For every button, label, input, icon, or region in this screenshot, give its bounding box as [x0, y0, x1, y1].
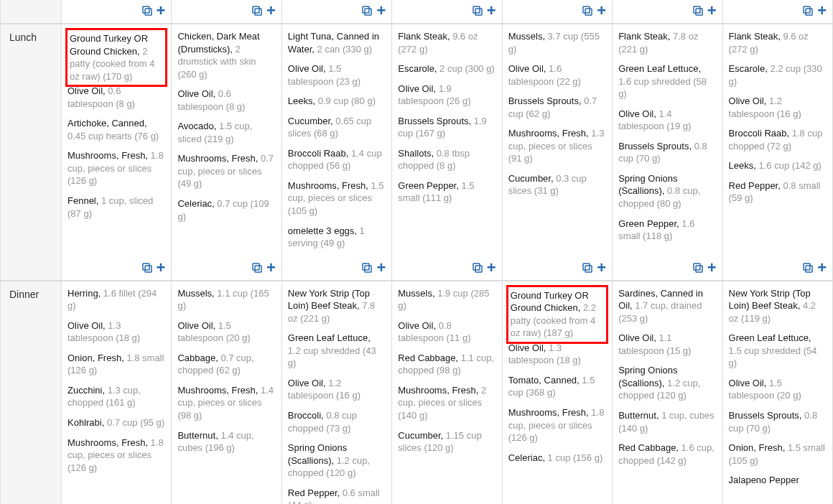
food-item[interactable]: Leeks, 1.6 cup (142 g)	[729, 159, 827, 172]
food-item[interactable]: Mushrooms, Fresh, 0.7 cup, pieces or sli…	[177, 152, 275, 190]
food-item[interactable]: Jalapeno Pepper	[729, 474, 827, 487]
plus-icon[interactable]: +	[817, 260, 827, 276]
food-item[interactable]: Ground Turkey OR Ground Chicken, 2.2 pat…	[506, 285, 608, 344]
food-item[interactable]: Fennel, 1 cup, sliced (87 g)	[68, 195, 165, 220]
food-item[interactable]: Broccoli, 0.8 cup chopped (73 g)	[288, 409, 386, 434]
food-item[interactable]: Red Pepper, 0.8 small (59 g)	[729, 179, 827, 205]
copy-icon[interactable]	[251, 4, 264, 17]
plus-icon[interactable]: +	[376, 260, 386, 276]
food-item[interactable]: Butternut, 1.4 cup, cubes (196 g)	[177, 429, 275, 454]
food-item[interactable]: Celeriac, 1 cup (156 g)	[508, 452, 606, 465]
plus-icon[interactable]: +	[707, 260, 717, 276]
copy-icon[interactable]	[360, 4, 373, 17]
food-item[interactable]: Cucumber, 0.65 cup slices (68 g)	[288, 115, 386, 140]
copy-icon[interactable]	[692, 261, 704, 274]
food-item[interactable]: Cucumber, 1.15 cup slices (120 g)	[398, 429, 495, 454]
food-item[interactable]: Flank Steak, 9.6 oz (272 g)	[398, 30, 495, 55]
food-item[interactable]: Olive Oil, 1.9 tablespoon (26 g)	[398, 83, 495, 108]
copy-icon[interactable]	[360, 261, 373, 274]
plus-icon[interactable]: +	[157, 3, 166, 19]
food-item[interactable]: Avocado, 1.5 cup, sliced (219 g)	[177, 120, 275, 145]
food-item[interactable]: Mussels, 3.7 cup (555 g)	[508, 30, 606, 55]
food-item[interactable]: Olive Oil, 1.4 tablespoon (19 g)	[618, 108, 716, 133]
copy-icon[interactable]	[251, 261, 264, 274]
food-item[interactable]: Broccoli Raab, 1.8 cup chopped (72 g)	[729, 127, 827, 152]
food-item[interactable]: Broccoli Raab, 1.4 cup chopped (56 g)	[288, 147, 386, 172]
food-item[interactable]: Spring Onions (Scallions), 0.8 cup, chop…	[618, 172, 716, 210]
food-item[interactable]: Brussels Sprouts, 1.9 cup (167 g)	[398, 115, 495, 140]
food-item[interactable]: Shallots, 0.8 tbsp chopped (8 g)	[398, 147, 495, 172]
copy-icon[interactable]	[471, 261, 484, 274]
copy-icon[interactable]	[581, 4, 594, 17]
copy-icon[interactable]	[692, 4, 704, 17]
plus-icon[interactable]: +	[266, 260, 276, 276]
plus-icon[interactable]: +	[817, 3, 827, 19]
food-item[interactable]: Onion, Fresh, 1.8 small (126 g)	[68, 352, 165, 377]
food-item[interactable]: Leeks, 0.9 cup (80 g)	[288, 95, 386, 108]
food-item[interactable]: omelette 3 eggs, 1 serving (49 g)	[288, 225, 386, 250]
food-item[interactable]: Olive Oil, 1.2 tablespoon (16 g)	[729, 95, 827, 120]
food-item[interactable]: New York Strip (Top Loin) Beef Steak, 4.…	[729, 287, 827, 325]
plus-icon[interactable]: +	[487, 260, 496, 276]
food-item[interactable]: Butternut, 1 cup, cubes (140 g)	[618, 409, 716, 434]
copy-icon[interactable]	[141, 261, 154, 274]
copy-icon[interactable]	[581, 261, 594, 274]
plus-icon[interactable]: +	[157, 260, 166, 276]
food-item[interactable]: Brussels Sprouts, 0.7 cup (62 g)	[508, 95, 606, 120]
food-item[interactable]: Brussels Sprouts, 0.8 cup (70 g)	[618, 140, 716, 165]
food-item[interactable]: Olive Oil, 0.6 tablespoon (8 g)	[68, 85, 165, 110]
food-item[interactable]: Cucumber, 0.3 cup slices (31 g)	[508, 172, 606, 197]
food-item[interactable]: Red Cabbage, 1.6 cup, chopped (142 g)	[618, 442, 716, 467]
copy-icon[interactable]	[141, 4, 154, 17]
food-item[interactable]: Mushrooms, Fresh, 1.8 cup, pieces or sli…	[68, 149, 165, 187]
food-item[interactable]: Spring Onions (Scallions), 1.2 cup, chop…	[288, 442, 386, 480]
food-item[interactable]: Escarole, 2 cup (300 g)	[398, 62, 495, 75]
food-item[interactable]: Chicken, Dark Meat (Drumsticks), 2 drums…	[177, 30, 275, 80]
food-item[interactable]: Olive Oil, 1.2 tablespoon (16 g)	[288, 377, 386, 402]
food-item[interactable]: Mushrooms, Fresh, 1.4 cup, pieces or sli…	[177, 384, 275, 422]
food-item[interactable]: Olive Oil, 1.5 tablespoon (23 g)	[288, 62, 386, 88]
food-item[interactable]: Olive Oil, 0.6 tablespoon (8 g)	[177, 88, 275, 113]
food-item[interactable]: Celeriac, 0.7 cup (109 g)	[177, 197, 275, 223]
food-item[interactable]: Olive Oil, 1.5 tablespoon (20 g)	[177, 319, 275, 345]
food-item[interactable]: Red Cabbage, 1.1 cup, chopped (98 g)	[398, 352, 495, 377]
copy-icon[interactable]	[801, 261, 814, 274]
food-item[interactable]: Olive Oil, 1.3 tablespoon (18 g)	[68, 319, 165, 345]
food-item[interactable]: Light Tuna, Canned in Water, 2 can (330 …	[288, 30, 386, 55]
food-item[interactable]: Mussels, 1.1 cup (165 g)	[177, 287, 275, 312]
plus-icon[interactable]: +	[597, 260, 606, 276]
food-item[interactable]: Tomato, Canned, 1.5 cup (368 g)	[508, 374, 606, 399]
food-item[interactable]: Sardines, Canned in Oil, 1.7 cup, draine…	[618, 287, 716, 325]
food-item[interactable]: Green Leaf Lettuce, 1.5 cup shredded (54…	[729, 332, 827, 370]
plus-icon[interactable]: +	[487, 3, 496, 19]
food-item[interactable]: Artichoke, Canned, 0.45 cup hearts (76 g…	[68, 117, 165, 142]
food-item[interactable]: Zucchini, 1.3 cup, chopped (161 g)	[68, 384, 165, 409]
food-item[interactable]: Herring, 1.6 fillet (294 g)	[68, 287, 165, 312]
food-item[interactable]: Olive Oil, 1.1 tablespoon (15 g)	[618, 332, 716, 357]
copy-icon[interactable]	[801, 4, 814, 17]
food-item[interactable]: Flank Steak, 9.6 oz (272 g)	[729, 30, 827, 55]
food-item[interactable]: Escarole, 2.2 cup (330 g)	[729, 62, 827, 88]
food-item[interactable]: Olive Oil, 1.6 tablespoon (22 g)	[508, 62, 606, 88]
food-item[interactable]: Olive Oil, 1.3 tablespoon (18 g)	[508, 342, 606, 367]
food-item[interactable]: Mushrooms, Fresh, 1.5 cup, pieces or sli…	[288, 179, 386, 218]
plus-icon[interactable]: +	[376, 3, 386, 19]
food-item[interactable]: Mushrooms, Fresh, 1.3 cup, pieces or sli…	[508, 127, 606, 165]
food-item[interactable]: Mushrooms, Fresh, 1.8 cup, pieces or sli…	[508, 406, 606, 444]
food-item[interactable]: Mushrooms, Fresh, 1.8 cup, pieces or sli…	[68, 437, 165, 475]
food-item[interactable]: Ground Turkey OR Ground Chicken, 2 patty…	[65, 28, 167, 87]
food-item[interactable]: Mussels, 1.9 cup (285 g)	[398, 287, 495, 312]
food-item[interactable]: Green Leaf Lettuce, 1.2 cup shredded (43…	[288, 332, 386, 370]
plus-icon[interactable]: +	[266, 3, 276, 19]
food-item[interactable]: Mushrooms, Fresh, 2 cup, pieces or slice…	[398, 384, 495, 422]
food-item[interactable]: Brussels Sprouts, 0.8 cup (70 g)	[729, 409, 827, 434]
food-item[interactable]: New York Strip (Top Loin) Beef Steak, 7.…	[288, 287, 386, 325]
food-item[interactable]: Onion, Fresh, 1.5 small (105 g)	[729, 442, 827, 467]
food-item[interactable]: Green Pepper, 1.5 small (111 g)	[398, 179, 495, 205]
plus-icon[interactable]: +	[597, 3, 606, 19]
food-item[interactable]: Cabbage, 0.7 cup, chopped (62 g)	[177, 352, 275, 377]
food-item[interactable]: Flank Steak, 7.8 oz (221 g)	[618, 30, 716, 55]
food-item[interactable]: Olive Oil, 0.8 tablespoon (11 g)	[398, 319, 495, 345]
copy-icon[interactable]	[471, 4, 484, 17]
food-item[interactable]: Green Pepper, 1.6 small (118 g)	[618, 218, 716, 243]
